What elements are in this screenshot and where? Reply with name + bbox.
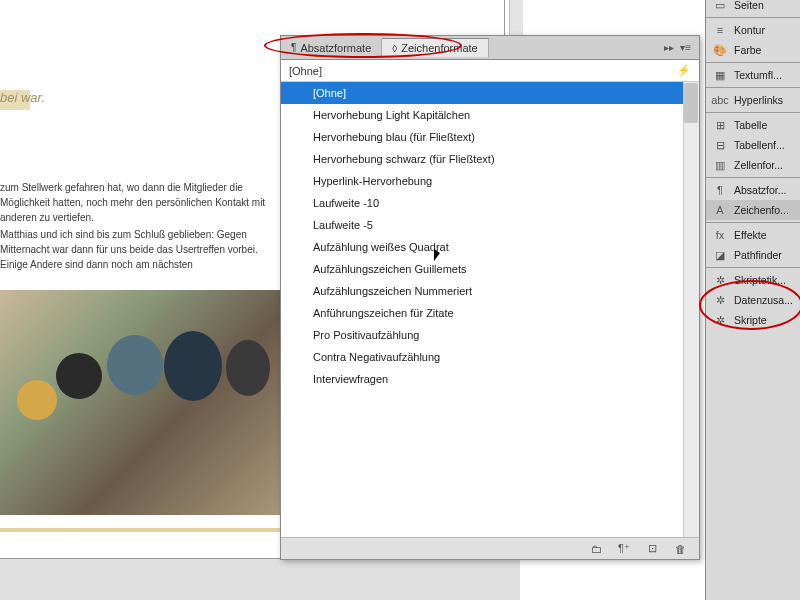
sidebar-group: ▭Seiten: [706, 0, 800, 17]
trash-icon[interactable]: 🗑: [673, 542, 687, 556]
style-item[interactable]: Aufzählungszeichen Nummeriert: [281, 280, 699, 302]
sidebar-item-stroke[interactable]: ≡Kontur: [706, 20, 800, 40]
style-item-label: Hervorhebung blau (für Fließtext): [313, 131, 475, 143]
scripts-icon: ✲: [712, 313, 728, 327]
sidebar-label: Effekte: [734, 229, 767, 241]
style-item-label: Hyperlink-Hervorhebung: [313, 175, 432, 187]
clear-override-icon[interactable]: ¶⁺: [617, 542, 631, 556]
sidebar-group: ✲Skriptetik...✲Datenzusa...✲Skripte: [706, 267, 800, 332]
panel-menu-icon[interactable]: ▾≡: [680, 42, 691, 53]
style-item[interactable]: Interviewfragen: [281, 368, 699, 390]
sidebar-label: Pathfinder: [734, 249, 782, 261]
sidebar-group: abcHyperlinks: [706, 87, 800, 112]
sidebar-item-hyperlink[interactable]: abcHyperlinks: [706, 90, 800, 110]
sidebar-label: Datenzusa...: [734, 294, 793, 306]
quick-apply-icon[interactable]: ⚡: [677, 64, 691, 77]
sidebar-item-fx[interactable]: fxEffekte: [706, 225, 800, 245]
style-item[interactable]: Aufzählung weißes Quadrat: [281, 236, 699, 258]
tab-label: Zeichenformate: [401, 42, 477, 54]
new-group-icon[interactable]: 🗀: [589, 542, 603, 556]
character-styles-panel: ¶ Absatzformate ◊ Zeichenformate ▸▸ ▾≡ […: [280, 35, 700, 560]
sidebar-item-scripts[interactable]: ✲Skripte: [706, 310, 800, 330]
style-item-label: Interviewfragen: [313, 373, 388, 385]
sidebar-item-tablefmt[interactable]: ⊟Tabellenf...: [706, 135, 800, 155]
sidebar-label: Zellenfor...: [734, 159, 783, 171]
style-item-label: Anführungszeichen für Zitate: [313, 307, 454, 319]
sidebar-group: ¶Absatzfor...AZeichenfo...: [706, 177, 800, 222]
body-p1: zum Stellwerk gefahren hat, wo dann die …: [0, 180, 275, 225]
char-icon: ◊: [392, 43, 397, 54]
style-item-label: Contra Negativaufzählung: [313, 351, 440, 363]
sidebar-item-charstyle[interactable]: AZeichenfo...: [706, 200, 800, 220]
textwrap-icon: ▦: [712, 68, 728, 82]
stroke-icon: ≡: [712, 23, 728, 37]
style-item[interactable]: [Ohne]✎: [281, 82, 699, 104]
sidebar-item-datamerge[interactable]: ✲Datenzusa...: [706, 290, 800, 310]
pathfinder-icon: ◪: [712, 248, 728, 262]
style-item[interactable]: Aufzählungszeichen Guillemets: [281, 258, 699, 280]
scroll-area: [0, 558, 520, 600]
style-item[interactable]: Hyperlink-Hervorhebung: [281, 170, 699, 192]
style-item-label: [Ohne]: [313, 87, 346, 99]
style-item[interactable]: Laufweite -5: [281, 214, 699, 236]
sidebar-label: Tabelle: [734, 119, 767, 131]
style-item-label: Hervorhebung schwarz (für Fließtext): [313, 153, 495, 165]
style-item[interactable]: Pro Positivaufzählung: [281, 324, 699, 346]
right-panel-dock: ▭Seiten≡Kontur🎨Farbe▦Textumfl...abcHyper…: [705, 0, 800, 600]
style-item[interactable]: Hervorhebung schwarz (für Fließtext): [281, 148, 699, 170]
sidebar-item-pathfinder[interactable]: ◪Pathfinder: [706, 245, 800, 265]
style-item[interactable]: Hervorhebung blau (für Fließtext): [281, 126, 699, 148]
tab-character-styles[interactable]: ◊ Zeichenformate: [382, 38, 488, 57]
list-scrollbar[interactable]: [683, 82, 699, 537]
sidebar-label: Textumfl...: [734, 69, 782, 81]
sidebar-item-parastyle[interactable]: ¶Absatzfor...: [706, 180, 800, 200]
style-item[interactable]: Hervorhebung Light Kapitälchen: [281, 104, 699, 126]
style-list: [Ohne]✎Hervorhebung Light KapitälchenHer…: [281, 82, 699, 537]
sidebar-item-pages[interactable]: ▭Seiten: [706, 0, 800, 15]
scriptlbl-icon: ✲: [712, 273, 728, 287]
dropdown-value: [Ohne]: [289, 65, 322, 77]
sidebar-label: Farbe: [734, 44, 761, 56]
quote-tail-text: bei war.: [0, 90, 260, 105]
sidebar-item-cellfmt[interactable]: ▥Zellenfor...: [706, 155, 800, 175]
style-item[interactable]: Laufweite -10: [281, 192, 699, 214]
sidebar-group: ≡Kontur🎨Farbe: [706, 17, 800, 62]
new-style-icon[interactable]: ⊡: [645, 542, 659, 556]
style-item-label: Aufzählung weißes Quadrat: [313, 241, 449, 253]
style-item[interactable]: Anführungszeichen für Zitate: [281, 302, 699, 324]
body-p2: Matthias und ich sind bis zum Schluß geb…: [0, 227, 275, 272]
style-item-label: Aufzählungszeichen Guillemets: [313, 263, 466, 275]
collapse-icon[interactable]: ▸▸: [664, 42, 674, 53]
scroll-thumb[interactable]: [684, 83, 698, 123]
sidebar-item-textwrap[interactable]: ▦Textumfl...: [706, 65, 800, 85]
tablefmt-icon: ⊟: [712, 138, 728, 152]
sidebar-label: Zeichenfo...: [734, 204, 789, 216]
sidebar-label: Kontur: [734, 24, 765, 36]
style-item-label: Aufzählungszeichen Nummeriert: [313, 285, 472, 297]
tab-paragraph-styles[interactable]: ¶ Absatzformate: [281, 39, 382, 57]
sidebar-item-scriptlbl[interactable]: ✲Skriptetik...: [706, 270, 800, 290]
datamerge-icon: ✲: [712, 293, 728, 307]
style-dropdown[interactable]: [Ohne] ⚡: [281, 60, 699, 82]
style-item[interactable]: Contra Negativaufzählung: [281, 346, 699, 368]
sidebar-item-color[interactable]: 🎨Farbe: [706, 40, 800, 60]
body-text: zum Stellwerk gefahren hat, wo dann die …: [0, 180, 275, 274]
sidebar-label: Seiten: [734, 0, 764, 11]
charstyle-icon: A: [712, 203, 728, 217]
cellfmt-icon: ▥: [712, 158, 728, 172]
sidebar-label: Skriptetik...: [734, 274, 786, 286]
pilcrow-icon: ¶: [291, 42, 296, 53]
sidebar-label: Tabellenf...: [734, 139, 785, 151]
style-item-label: Laufweite -10: [313, 197, 379, 209]
panel-tab-bar: ¶ Absatzformate ◊ Zeichenformate ▸▸ ▾≡: [281, 36, 699, 60]
style-item-label: Pro Positivaufzählung: [313, 329, 419, 341]
fx-icon: fx: [712, 228, 728, 242]
sidebar-group: fxEffekte◪Pathfinder: [706, 222, 800, 267]
document-photo: [0, 290, 282, 515]
sidebar-item-table[interactable]: ⊞Tabelle: [706, 115, 800, 135]
sidebar-label: Hyperlinks: [734, 94, 783, 106]
tab-label: Absatzformate: [300, 42, 371, 54]
sidebar-label: Absatzfor...: [734, 184, 787, 196]
color-icon: 🎨: [712, 43, 728, 57]
panel-footer: 🗀 ¶⁺ ⊡ 🗑: [281, 537, 699, 559]
